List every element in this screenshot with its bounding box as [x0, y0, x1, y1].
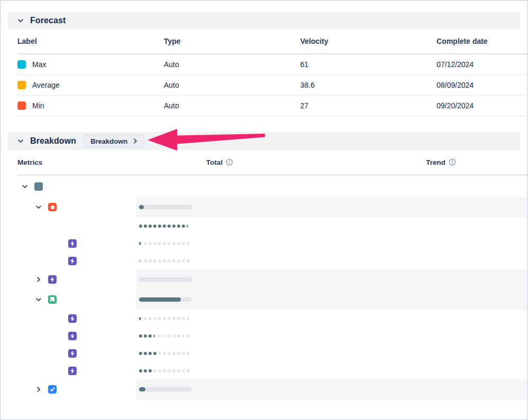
- progress-bar: [139, 277, 192, 282]
- epic-icon: [68, 332, 77, 340]
- forecast-table-body: Max Auto 61 07/12/2024 Average Auto 38.6…: [17, 54, 527, 116]
- forecast-row-type: Auto: [164, 81, 300, 89]
- forecast-row-velocity: 27: [300, 101, 437, 110]
- breakdown-tree-row: [1, 175, 527, 197]
- forecast-row-complete-date: 07/12/2024: [437, 60, 527, 69]
- info-icon[interactable]: [226, 158, 233, 166]
- progress-bar: [139, 259, 192, 263]
- epic-icon: [48, 275, 57, 284]
- breakdown-tree-row: [1, 269, 527, 290]
- chevron-down-icon[interactable]: [34, 203, 43, 211]
- forecast-row-type: Auto: [164, 101, 300, 110]
- breakdown-nav-button[interactable]: Breakdown: [84, 135, 144, 147]
- breakdown-col-metrics: Metrics: [17, 158, 206, 166]
- forecast-row-velocity: 38.6: [300, 81, 437, 89]
- breakdown-tree-row: [1, 379, 527, 399]
- breakdown-tree-row: [1, 197, 527, 217]
- remaining-work-icon: [34, 182, 43, 191]
- forecast-row-label: Min: [32, 101, 44, 110]
- forecast-row-velocity: 61: [300, 60, 437, 69]
- progress-bar: [139, 225, 192, 228]
- chevron-right-icon[interactable]: [34, 275, 43, 284]
- breakdown-col-total-label: Total: [206, 158, 223, 166]
- forecast-row-label: Average: [32, 81, 60, 89]
- breakdown-tree-row: [1, 217, 527, 235]
- top-spacer: [1, 1, 527, 12]
- breakdown-tree-row: [1, 327, 527, 344]
- forecast-row-type: Auto: [164, 60, 300, 69]
- breakdown-tree-row: [1, 235, 527, 252]
- breakdown-table-body: [1, 175, 527, 399]
- story-icon: [48, 295, 57, 304]
- task-icon: [48, 385, 57, 394]
- breakdown-nav-button-label: Breakdown: [90, 137, 127, 145]
- progress-bar: [139, 352, 192, 355]
- forecast-row-complete-date: 08/09/2024: [437, 81, 527, 89]
- breakdown-col-trend: Trend: [426, 158, 456, 166]
- epic-icon: [68, 314, 77, 323]
- chevron-right-icon: [132, 138, 138, 144]
- epic-icon: [68, 349, 77, 358]
- bug-icon: [48, 203, 57, 211]
- forecast-table-row: Min Auto 27 09/20/2024: [17, 96, 527, 116]
- progress-bar: [139, 317, 192, 320]
- progress-bar: [139, 297, 192, 302]
- breakdown-tree-row: [1, 344, 527, 362]
- progress-bar: [139, 369, 192, 372]
- forecast-row-label: Max: [32, 60, 46, 69]
- section-spacer: [1, 116, 527, 132]
- progress-bar: [139, 242, 192, 245]
- breakdown-col-trend-label: Trend: [426, 158, 446, 166]
- progress-bar: [139, 334, 192, 338]
- breakdown-table: Metrics Total Trend: [1, 150, 527, 399]
- breakdown-table-header: Metrics Total Trend: [17, 150, 527, 175]
- forecast-table-row: Max Auto 61 07/12/2024: [17, 54, 527, 75]
- forecast-table-header: Label Type Velocity Complete date: [17, 29, 527, 54]
- chevron-down-icon[interactable]: [16, 16, 25, 25]
- info-icon[interactable]: [449, 158, 456, 166]
- chevron-down-icon[interactable]: [16, 137, 25, 145]
- forecast-section-title: Forecast: [30, 16, 66, 25]
- epic-icon: [68, 257, 77, 265]
- epic-icon: [68, 239, 77, 248]
- epic-icon: [68, 367, 77, 375]
- progress-bar: [139, 387, 192, 391]
- forecast-table-row: Average Auto 38.6 08/09/2024: [17, 75, 527, 96]
- chevron-down-icon[interactable]: [21, 182, 29, 191]
- breakdown-tree-row: [1, 290, 527, 310]
- chevron-right-icon[interactable]: [34, 385, 43, 394]
- forecast-section-header[interactable]: Forecast: [8, 12, 520, 29]
- series-color-swatch: [17, 101, 26, 110]
- breakdown-section-title: Breakdown: [30, 136, 76, 146]
- series-color-swatch: [17, 60, 26, 69]
- velocity-report-page: Forecast Label Type Velocity Complete da…: [0, 0, 528, 420]
- progress-bar: [139, 205, 192, 209]
- breakdown-section-header[interactable]: Breakdown Breakdown: [8, 132, 520, 150]
- forecast-table: Label Type Velocity Complete date Max Au…: [17, 29, 527, 116]
- forecast-col-complete-date: Complete date: [437, 37, 527, 45]
- breakdown-tree-row: [1, 252, 527, 269]
- forecast-row-complete-date: 09/20/2024: [437, 101, 527, 110]
- forecast-col-label: Label: [17, 37, 164, 45]
- forecast-col-velocity: Velocity: [300, 37, 437, 45]
- chevron-down-icon[interactable]: [34, 295, 43, 304]
- breakdown-tree-row: [1, 310, 527, 327]
- forecast-col-type: Type: [164, 37, 300, 45]
- breakdown-tree-row: [1, 362, 527, 379]
- breakdown-col-total: Total: [206, 158, 426, 166]
- series-color-swatch: [17, 81, 26, 89]
